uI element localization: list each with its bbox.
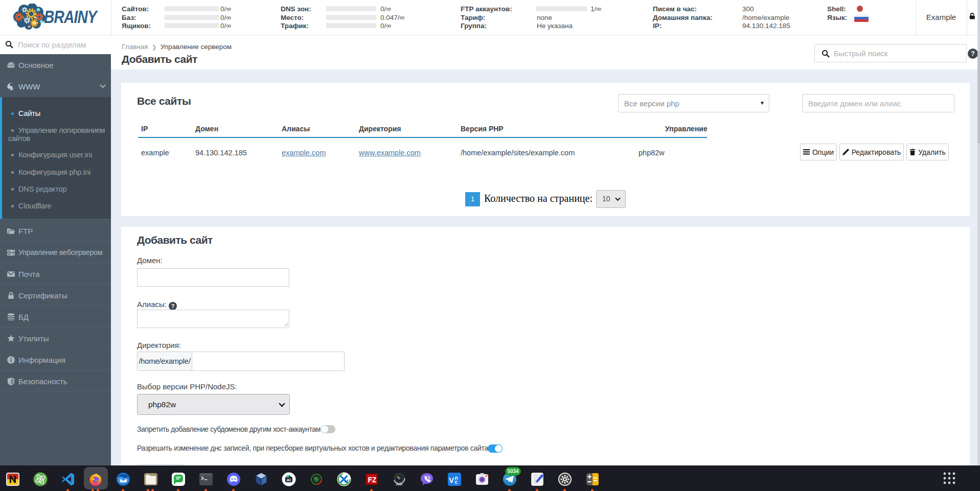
svg-text:AI: AI bbox=[287, 478, 291, 482]
svg-text:BRAINY: BRAINY bbox=[44, 7, 98, 27]
svg-text:FZ: FZ bbox=[368, 476, 377, 484]
svg-text:c: c bbox=[455, 479, 458, 485]
svg-text:V: V bbox=[449, 476, 454, 484]
